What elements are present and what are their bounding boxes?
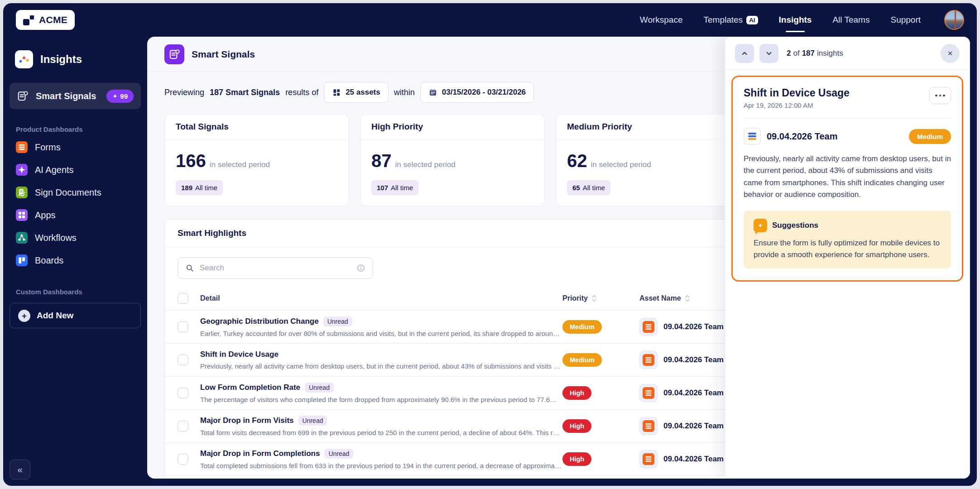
suggestions-title: Suggestions bbox=[772, 221, 818, 230]
add-new-label: Add New bbox=[37, 311, 73, 321]
form-icon bbox=[639, 417, 658, 435]
plus-icon: + bbox=[18, 310, 30, 322]
smart-signals-page-icon bbox=[164, 44, 184, 64]
all-time-label: All time bbox=[583, 184, 605, 192]
acme-logo[interactable]: ACME bbox=[16, 10, 75, 30]
form-icon bbox=[639, 450, 658, 468]
insight-asset-row: 09.04.2026 Team Medium bbox=[744, 128, 951, 145]
all-time-badge: 189All time bbox=[176, 180, 223, 195]
asset-name: 09.04.2026 Team bbox=[663, 388, 724, 398]
select-all-checkbox[interactable] bbox=[178, 293, 188, 304]
row-checkbox[interactable] bbox=[178, 421, 188, 431]
pager-position: 2 bbox=[787, 49, 791, 58]
nav-all-teams[interactable]: All Teams bbox=[832, 15, 870, 25]
workflows-icon bbox=[16, 232, 28, 244]
signal-title: Major Drop in Form Visits bbox=[200, 416, 294, 425]
preview-count: 187 Smart Signals bbox=[210, 88, 280, 97]
nav-templates[interactable]: Templates AI bbox=[703, 15, 758, 25]
unread-badge: Unread bbox=[305, 383, 334, 393]
signal-summary: Total form visits decreased from 699 in … bbox=[200, 429, 562, 436]
asset-name: 09.04.2026 Team bbox=[663, 322, 724, 331]
smart-signals-count-badge: ✦ 99 bbox=[106, 90, 134, 103]
stat-caption: in selected period bbox=[591, 160, 651, 169]
page-title: Smart Signals bbox=[192, 49, 255, 60]
nav-support-label: Support bbox=[890, 15, 921, 25]
date-range-chip[interactable]: 03/15/2026 - 03/21/2026 bbox=[420, 82, 534, 103]
panel-header: 2 of 187 insights × bbox=[725, 37, 970, 70]
insight-asset-name: 09.04.2026 Team bbox=[767, 131, 837, 142]
sidebar-item-sign-documents[interactable]: Sign Documents bbox=[10, 181, 141, 204]
sidebar-item-workflows[interactable]: Workflows bbox=[10, 226, 141, 249]
sidebar-collapse-button[interactable]: « bbox=[10, 460, 30, 479]
signal-summary: Previously, nearly all activity came fro… bbox=[200, 362, 562, 370]
insight-pager: 2 of 187 insights bbox=[787, 49, 843, 58]
info-icon[interactable] bbox=[356, 264, 365, 273]
assets-chip-label: 25 assets bbox=[346, 88, 380, 97]
top-navigation: Workspace Templates AI Insights All Team… bbox=[640, 10, 964, 30]
nav-workspace[interactable]: Workspace bbox=[640, 15, 683, 25]
signal-title: Geographic Distribution Change bbox=[200, 317, 319, 326]
sidebar-item-boards[interactable]: Boards bbox=[10, 249, 141, 272]
collapse-icon: « bbox=[17, 465, 22, 475]
insight-description: Previously, nearly all activity came fro… bbox=[744, 153, 951, 201]
stat-title: High Priority bbox=[360, 114, 544, 140]
all-time-label: All time bbox=[195, 184, 217, 192]
form-icon bbox=[639, 318, 658, 336]
sidebar-item-sign-documents-label: Sign Documents bbox=[35, 187, 101, 198]
row-checkbox[interactable] bbox=[178, 355, 188, 365]
signal-summary: The percentage of visitors who completed… bbox=[200, 396, 562, 403]
priority-badge: Medium bbox=[562, 353, 602, 367]
nav-support[interactable]: Support bbox=[890, 15, 921, 25]
nav-templates-label: Templates bbox=[703, 15, 743, 25]
nav-all-teams-label: All Teams bbox=[832, 15, 870, 25]
priority-badge: High bbox=[562, 452, 591, 466]
search-input[interactable] bbox=[200, 264, 351, 273]
stat-caption: in selected period bbox=[395, 160, 456, 169]
insight-more-button[interactable] bbox=[929, 87, 951, 104]
row-checkbox[interactable] bbox=[178, 388, 188, 398]
insight-card: Shift in Device Usage Apr 19, 2026 12:00… bbox=[731, 76, 963, 282]
sidebar-item-boards-label: Boards bbox=[35, 255, 63, 266]
stat-value: 87 bbox=[371, 151, 392, 171]
insight-priority-badge: Medium bbox=[909, 129, 951, 144]
column-asset-name: Asset Name bbox=[639, 294, 681, 302]
signal-title: Shift in Device Usage bbox=[200, 350, 279, 359]
sidebar-item-apps[interactable]: Apps bbox=[10, 204, 141, 226]
priority-badge: Medium bbox=[562, 320, 602, 334]
insights-app-icon bbox=[15, 50, 33, 68]
column-priority: Priority bbox=[562, 294, 588, 302]
sidebar-item-smart-signals[interactable]: Smart Signals ✦ 99 bbox=[10, 83, 141, 109]
smart-signals-icon bbox=[17, 90, 29, 102]
assets-grid-icon bbox=[332, 88, 341, 97]
unread-badge: Unread bbox=[298, 416, 327, 426]
suggestions-box: ✦ Suggestions Ensure the form is fully o… bbox=[744, 211, 951, 268]
divider bbox=[744, 118, 951, 119]
preview-prefix: Previewing bbox=[164, 88, 204, 97]
user-avatar[interactable] bbox=[944, 10, 964, 30]
sidebar-item-ai-agents[interactable]: AI Agents bbox=[10, 158, 141, 181]
row-checkbox[interactable] bbox=[178, 454, 188, 465]
ai-badge: AI bbox=[746, 16, 758, 24]
stat-title: Total Signals bbox=[165, 114, 349, 140]
next-insight-button[interactable] bbox=[759, 44, 778, 63]
pager-of: of bbox=[793, 49, 799, 58]
assets-filter-chip[interactable]: 25 assets bbox=[324, 82, 389, 103]
sidebar-section-custom-dashboards: Custom Dashboards bbox=[16, 288, 141, 296]
signal-summary: Earlier, Turkey accounted for over 80% o… bbox=[200, 330, 562, 337]
column-detail: Detail bbox=[200, 294, 220, 302]
row-checkbox[interactable] bbox=[178, 321, 188, 332]
all-time-badge: 65All time bbox=[567, 180, 610, 195]
column-priority-sort[interactable]: Priority bbox=[562, 294, 630, 302]
signal-title: Low Form Completion Rate bbox=[200, 383, 300, 392]
sidebar-app-header: Insights bbox=[10, 50, 141, 68]
add-new-button[interactable]: + Add New bbox=[10, 303, 141, 328]
nav-insights-label: Insights bbox=[779, 15, 812, 25]
previous-insight-button[interactable] bbox=[735, 44, 754, 63]
sidebar-section-product-dashboards: Product Dashboards bbox=[16, 125, 141, 133]
search-box[interactable] bbox=[178, 257, 373, 279]
close-panel-button[interactable]: × bbox=[941, 44, 960, 63]
asset-name: 09.04.2026 Team bbox=[663, 455, 724, 464]
nav-insights[interactable]: Insights bbox=[779, 15, 812, 25]
kebab-icon bbox=[935, 95, 937, 97]
sidebar-item-forms[interactable]: Forms bbox=[10, 136, 141, 158]
